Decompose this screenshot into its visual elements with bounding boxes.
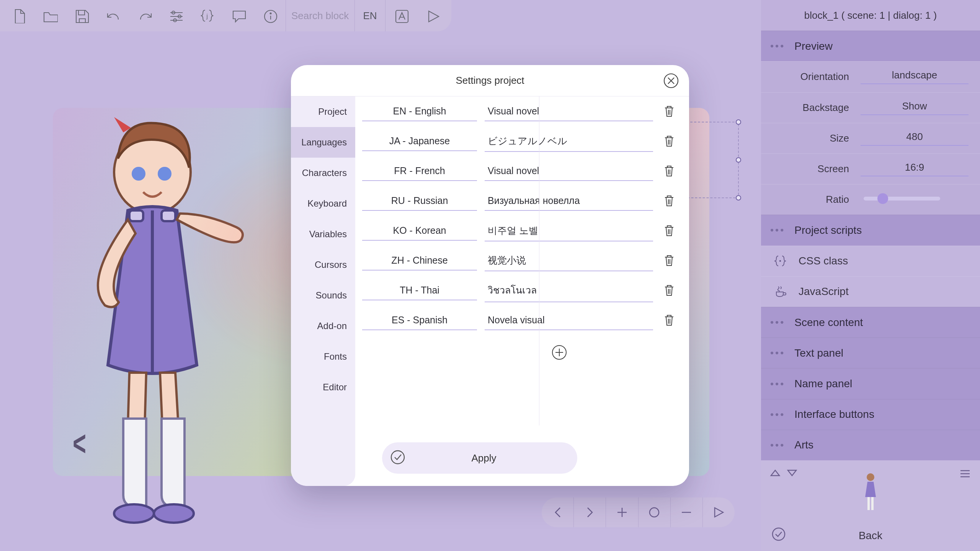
language-row: TH - Thaiวิชวลโนเวล bbox=[362, 276, 678, 305]
tab-editor[interactable]: Editor bbox=[291, 372, 355, 403]
trash-icon bbox=[663, 284, 675, 297]
apply-label: Apply bbox=[390, 452, 577, 464]
delete-language-button[interactable] bbox=[661, 194, 678, 207]
trash-icon bbox=[663, 165, 675, 178]
language-code-input[interactable]: EN - English bbox=[362, 106, 477, 121]
tab-keyboard[interactable]: Keyboard bbox=[291, 188, 355, 219]
language-row: ZH - Chinese视觉小说 bbox=[362, 246, 678, 276]
modal-tab-list: Project Languages Characters Keyboard Va… bbox=[291, 96, 355, 486]
trash-icon bbox=[663, 194, 675, 207]
tab-sounds[interactable]: Sounds bbox=[291, 280, 355, 311]
settings-modal: Settings project Project Languages Chara… bbox=[291, 65, 689, 486]
delete-language-button[interactable] bbox=[661, 105, 678, 118]
modal-content: EN - EnglishVisual novelJA - Japaneseビジュ… bbox=[355, 96, 689, 486]
plus-circle-icon bbox=[551, 344, 568, 361]
trash-icon bbox=[663, 224, 675, 237]
language-code-input[interactable]: RU - Russian bbox=[362, 195, 477, 211]
trash-icon bbox=[663, 135, 675, 148]
column-divider bbox=[539, 96, 539, 425]
language-title-input[interactable]: Visual novel bbox=[485, 165, 653, 181]
tab-characters[interactable]: Characters bbox=[291, 158, 355, 188]
language-title-input[interactable]: Visual novel bbox=[485, 106, 653, 121]
language-title-input[interactable]: ビジュアルノベル bbox=[485, 135, 653, 152]
delete-language-button[interactable] bbox=[661, 254, 678, 267]
delete-language-button[interactable] bbox=[661, 224, 678, 237]
delete-language-button[interactable] bbox=[661, 135, 678, 148]
language-row: FR - FrenchVisual novel bbox=[362, 156, 678, 186]
modal-title-bar: Settings project bbox=[291, 65, 689, 96]
trash-icon bbox=[663, 254, 675, 267]
trash-icon bbox=[663, 314, 675, 327]
language-code-input[interactable]: JA - Japanese bbox=[362, 135, 477, 151]
delete-language-button[interactable] bbox=[661, 314, 678, 327]
modal-title: Settings project bbox=[456, 75, 524, 86]
language-title-input[interactable]: 비주얼 노벨 bbox=[485, 224, 653, 241]
language-code-input[interactable]: ZH - Chinese bbox=[362, 255, 477, 271]
language-title-input[interactable]: Визуальная новелла bbox=[485, 195, 653, 211]
language-code-input[interactable]: KO - Korean bbox=[362, 225, 477, 241]
modal-close-button[interactable] bbox=[663, 73, 679, 89]
delete-language-button[interactable] bbox=[661, 284, 678, 297]
language-title-input[interactable]: วิชวลโนเวล bbox=[485, 282, 653, 302]
language-row: KO - Korean비주얼 노벨 bbox=[362, 216, 678, 246]
language-code-input[interactable]: ES - Spanish bbox=[362, 315, 477, 330]
tab-project[interactable]: Project bbox=[291, 96, 355, 127]
apply-button[interactable]: Apply bbox=[382, 442, 577, 474]
delete-language-button[interactable] bbox=[661, 165, 678, 178]
tab-cursors[interactable]: Cursors bbox=[291, 249, 355, 280]
language-row: EN - EnglishVisual novel bbox=[362, 96, 678, 126]
add-language-button[interactable] bbox=[485, 335, 634, 370]
language-code-input[interactable]: FR - French bbox=[362, 165, 477, 181]
language-row: JA - Japaneseビジュアルノベル bbox=[362, 126, 678, 156]
tab-variables[interactable]: Variables bbox=[291, 219, 355, 249]
language-title-input[interactable]: Novela visual bbox=[485, 315, 653, 330]
language-title-input[interactable]: 视觉小说 bbox=[485, 254, 653, 271]
language-row: RU - RussianВизуальная новелла bbox=[362, 186, 678, 216]
tab-languages[interactable]: Languages bbox=[291, 127, 355, 158]
trash-icon bbox=[663, 105, 675, 118]
language-row: ES - SpanishNovela visual bbox=[362, 305, 678, 335]
close-circle-icon bbox=[663, 73, 679, 89]
tab-fonts[interactable]: Fonts bbox=[291, 341, 355, 372]
tab-addon[interactable]: Add-on bbox=[291, 311, 355, 341]
language-code-input[interactable]: TH - Thai bbox=[362, 285, 477, 300]
